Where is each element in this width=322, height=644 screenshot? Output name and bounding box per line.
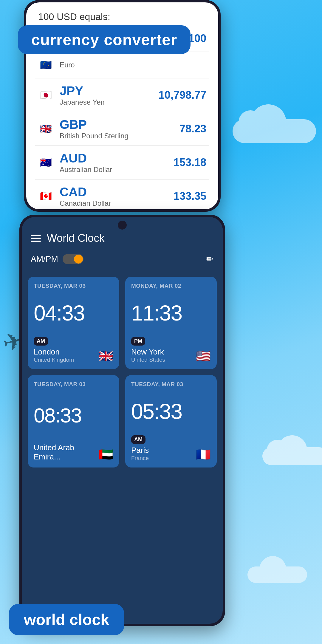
newyork-flag: 🇺🇸 (196, 349, 211, 363)
paris-footer: AM Paris France 🇫🇷 (131, 435, 211, 462)
gbp-code: GBP (60, 117, 179, 132)
jpy-value: 10,798.77 (159, 89, 206, 101)
newyork-country: United States (131, 357, 165, 363)
aud-info: AUD Australian Dollar (60, 151, 174, 174)
london-flag: 🇬🇧 (98, 349, 113, 363)
clock-card-newyork[interactable]: MONDAY, MAR 02 11:33 PM New York United … (125, 277, 217, 369)
eur-info: Euro (60, 61, 206, 69)
currency-header: 100 USD equals: (26, 2, 218, 25)
clock-card-uae[interactable]: TUESDAY, MAR 03 08:33 United Arab Emira.… (28, 375, 119, 467)
london-time: 04:33 (34, 292, 113, 334)
gbp-name: British Pound Sterling (60, 132, 179, 140)
cad-name: Canadian Dollar (60, 199, 174, 208)
world-clock-phone: World Clock AM/PM ✏ TUESDAY, MAR 03 04:3… (19, 215, 225, 626)
eur-name: Euro (60, 61, 206, 69)
paris-flag: 🇫🇷 (196, 448, 211, 462)
london-city: London (34, 347, 74, 357)
gbp-info: GBP British Pound Sterling (60, 117, 179, 140)
world-clock-banner: world clock (9, 604, 124, 635)
aud-name: Australian Dollar (60, 165, 174, 174)
world-clock-toolbar: AM/PM ✏ (22, 250, 223, 271)
eur-flag: 🇪🇺 (38, 57, 54, 73)
clock-card-paris[interactable]: TUESDAY, MAR 03 05:33 AM Paris France 🇫🇷 (125, 375, 217, 467)
cad-flag: 🇨🇦 (38, 188, 54, 204)
uae-footer: United Arab Emira... 🇦🇪 (34, 443, 113, 462)
ampm-label: AM/PM (31, 254, 58, 264)
jpy-name: Japanese Yen (60, 98, 159, 106)
london-ampm: AM (34, 337, 48, 346)
paris-city: Paris (131, 446, 149, 455)
currency-item-jpy[interactable]: 🇯🇵 JPY Japanese Yen 10,798.77 (35, 78, 209, 112)
edit-button[interactable]: ✏ (206, 253, 214, 265)
newyork-city: New York (131, 347, 165, 357)
paris-ampm: AM (131, 435, 145, 444)
gbp-value: 78.23 (179, 123, 206, 135)
clock-card-london[interactable]: TUESDAY, MAR 03 04:33 AM London United K… (28, 277, 119, 369)
uae-city: United Arab Emira... (34, 443, 98, 462)
newyork-date: MONDAY, MAR 02 (131, 283, 211, 289)
currency-converter-banner: currency converter (18, 25, 191, 54)
currency-item-cad[interactable]: 🇨🇦 CAD Canadian Dollar 133.35 (35, 179, 209, 209)
ampm-toggle[interactable] (63, 254, 83, 264)
cad-info: CAD Canadian Dollar (60, 185, 174, 208)
currency-item-gbp[interactable]: 🇬🇧 GBP British Pound Sterling 78.23 (35, 112, 209, 146)
jpy-info: JPY Japanese Yen (60, 84, 159, 106)
aud-flag: 🇦🇺 (38, 155, 54, 170)
cad-code: CAD (60, 185, 174, 199)
currency-item-eur[interactable]: 🇪🇺 Euro (35, 52, 209, 78)
usd-value: 100 (188, 32, 206, 45)
gbp-flag: 🇬🇧 (38, 121, 54, 137)
aud-code: AUD (60, 151, 174, 165)
aud-value: 153.18 (174, 156, 206, 169)
phone-notch (118, 221, 127, 230)
jpy-code: JPY (60, 84, 159, 98)
jpy-flag: 🇯🇵 (38, 87, 54, 103)
currency-item-aud[interactable]: 🇦🇺 AUD Australian Dollar 153.18 (35, 146, 209, 179)
newyork-ampm: PM (131, 337, 145, 346)
hamburger-menu-button[interactable] (31, 235, 41, 242)
paris-time: 05:33 (131, 391, 211, 432)
world-clock-title: World Clock (47, 232, 214, 244)
uae-time: 08:33 (34, 391, 113, 440)
uae-date: TUESDAY, MAR 03 (34, 381, 113, 388)
paris-country: France (131, 455, 149, 462)
clock-grid: TUESDAY, MAR 03 04:33 AM London United K… (22, 271, 223, 473)
uae-flag: 🇦🇪 (98, 448, 113, 462)
paris-date: TUESDAY, MAR 03 (131, 381, 211, 388)
cad-value: 133.35 (174, 190, 206, 202)
london-footer: AM London United Kingdom 🇬🇧 (34, 337, 113, 363)
newyork-footer: PM New York United States 🇺🇸 (131, 337, 211, 363)
london-date: TUESDAY, MAR 03 (34, 283, 113, 289)
london-country: United Kingdom (34, 357, 74, 363)
newyork-time: 11:33 (131, 292, 211, 334)
